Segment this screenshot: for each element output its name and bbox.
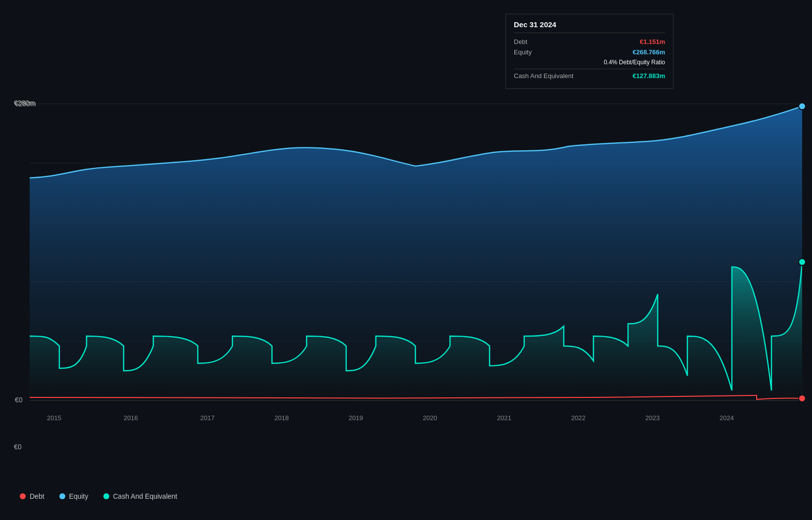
svg-text:2019: 2019 (349, 414, 363, 422)
svg-text:€0: €0 (15, 396, 23, 404)
legend-equity-label: Equity (69, 492, 89, 500)
svg-text:2023: 2023 (645, 414, 660, 422)
tooltip-debt-label: Debt (514, 38, 527, 45)
svg-text:2024: 2024 (720, 414, 734, 422)
tooltip-debt-value: €1.151m (640, 38, 665, 45)
legend-cash: Cash And Equivalent (103, 492, 178, 500)
tooltip-equity-value: €268.766m (632, 48, 665, 56)
svg-point-7 (799, 103, 806, 110)
svg-text:2015: 2015 (47, 414, 61, 422)
legend-cash-dot (103, 493, 109, 499)
tooltip-date: Dec 31 2024 (514, 20, 665, 33)
legend-equity: Equity (59, 492, 89, 500)
chart-svg: 2015 2016 2017 2018 2019 2020 2021 2022 … (0, 0, 812, 520)
svg-text:2022: 2022 (571, 414, 586, 422)
tooltip-equity-label: Equity (514, 48, 532, 56)
svg-point-8 (799, 259, 806, 265)
tooltip-ratio-text: 0.4% Debt/Equity Ratio (604, 59, 665, 66)
svg-text:2017: 2017 (200, 414, 215, 422)
tooltip-cash-label: Cash And Equivalent (514, 72, 574, 80)
svg-text:€280m: €280m (15, 100, 36, 108)
svg-text:2020: 2020 (423, 414, 437, 422)
legend-debt-dot (20, 493, 26, 499)
legend-cash-label: Cash And Equivalent (113, 492, 178, 500)
legend-equity-dot (59, 493, 65, 499)
legend-debt: Debt (20, 492, 45, 500)
tooltip-cash-value: €127.883m (632, 72, 665, 80)
tooltip: Dec 31 2024 Debt €1.151m Equity €268.766… (505, 14, 674, 89)
chart-container: Dec 31 2024 Debt €1.151m Equity €268.766… (0, 0, 812, 520)
chart-legend: Debt Equity Cash And Equivalent (20, 492, 177, 500)
svg-text:2016: 2016 (124, 414, 138, 422)
legend-debt-label: Debt (30, 492, 45, 500)
svg-point-9 (799, 395, 806, 402)
svg-text:2018: 2018 (274, 414, 289, 422)
svg-text:2021: 2021 (497, 414, 511, 422)
